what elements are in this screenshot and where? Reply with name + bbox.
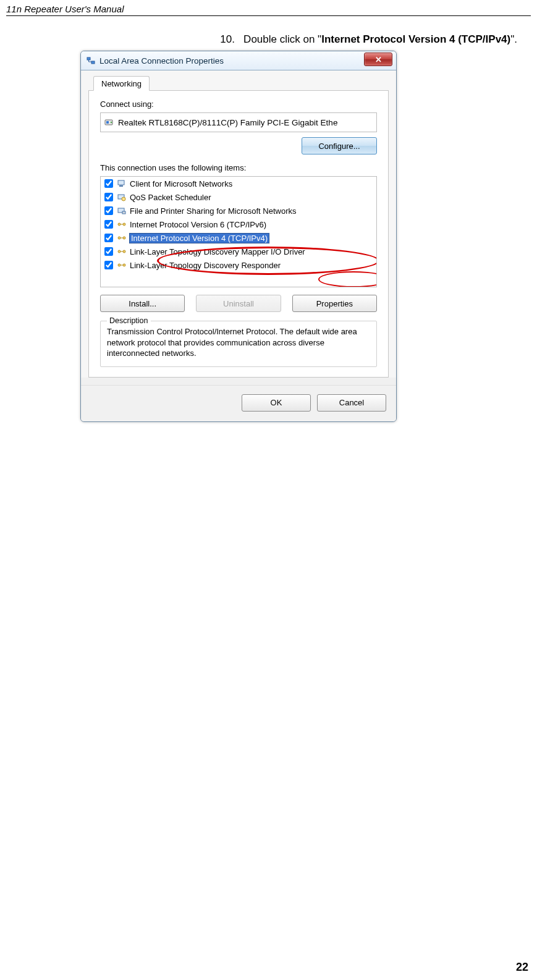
close-icon: ✕ <box>375 55 382 64</box>
adapter-name: Realtek RTL8168C(P)/8111C(P) Family PCI-… <box>118 118 337 127</box>
ok-button[interactable]: OK <box>242 394 311 412</box>
item-checkbox[interactable] <box>104 261 113 269</box>
list-item[interactable]: QoS Packet Scheduler <box>101 190 376 204</box>
instruction-bold: Internet Protocol Version 4 (TCP/IPv4) <box>321 33 510 45</box>
item-checkbox[interactable] <box>104 234 113 242</box>
instruction-suffix: ". <box>510 33 517 45</box>
item-checkbox[interactable] <box>104 247 113 256</box>
instruction-number: 10. <box>220 33 235 45</box>
svg-point-16 <box>123 250 125 253</box>
svg-rect-1 <box>91 61 95 64</box>
list-item[interactable]: Link-Layer Topology Discovery Mapper I/O… <box>101 245 376 258</box>
list-item[interactable]: Internet Protocol Version 6 (TCP/IPv6) <box>101 218 376 231</box>
list-item[interactable]: File and Printer Sharing for Microsoft N… <box>101 204 376 218</box>
lltd-icon <box>117 247 127 256</box>
item-label: Link-Layer Topology Discovery Mapper I/O… <box>129 247 306 256</box>
item-label: QoS Packet Scheduler <box>129 193 212 202</box>
item-checkbox[interactable] <box>104 193 113 201</box>
svg-rect-3 <box>106 121 109 124</box>
tabs-row: Networking <box>81 70 396 90</box>
svg-point-8 <box>122 197 125 201</box>
connect-using-label: Connect using: <box>100 99 377 109</box>
list-item-selected[interactable]: Internet Protocol Version 4 (TCP/IPv4) <box>101 231 376 245</box>
lltd-icon <box>117 260 127 270</box>
dialog-body: Networking Connect using: Realtek RTL816… <box>81 70 396 378</box>
svg-rect-10 <box>122 211 125 214</box>
configure-button[interactable]: Configure... <box>302 137 377 154</box>
svg-point-14 <box>123 237 125 239</box>
protocol-icon <box>117 219 127 229</box>
annotation-ellipse <box>318 271 377 287</box>
instruction-prefix: Double click on " <box>243 33 321 45</box>
svg-rect-6 <box>119 185 123 187</box>
properties-button[interactable]: Properties <box>292 295 377 312</box>
instruction-line: 10. Double click on "Internet Protocol V… <box>0 16 537 49</box>
uninstall-button: Uninstall <box>196 295 281 312</box>
list-item[interactable]: Link-Layer Topology Discovery Responder <box>101 258 376 272</box>
network-icon <box>86 56 96 65</box>
svg-point-11 <box>118 223 121 226</box>
cancel-button[interactable]: Cancel <box>317 394 386 412</box>
item-label: File and Printer Sharing for Microsoft N… <box>129 206 297 216</box>
item-label: Client for Microsoft Networks <box>129 179 233 188</box>
svg-point-15 <box>118 250 121 253</box>
install-button[interactable]: Install... <box>100 295 185 312</box>
item-label: Internet Protocol Version 6 (TCP/IPv6) <box>129 220 267 229</box>
svg-rect-0 <box>87 57 90 60</box>
items-listbox[interactable]: Client for Microsoft Networks QoS Packet… <box>100 176 377 287</box>
protocol-icon <box>117 233 127 243</box>
share-icon <box>117 206 127 216</box>
description-fieldset: Description Transmission Control Protoco… <box>100 321 377 367</box>
svg-rect-5 <box>118 180 124 185</box>
qos-icon <box>117 192 127 202</box>
tab-networking[interactable]: Networking <box>93 76 150 91</box>
item-label: Internet Protocol Version 4 (TCP/IPv4) <box>129 233 269 243</box>
item-checkbox[interactable] <box>104 220 113 229</box>
dialog-footer: OK Cancel <box>81 385 396 421</box>
page-header: 11n Repeater User's Manual <box>0 0 537 15</box>
list-item[interactable]: Client for Microsoft Networks <box>101 177 376 190</box>
page-number: 22 <box>516 961 528 974</box>
svg-point-12 <box>123 223 125 226</box>
uses-items-label: This connection uses the following items… <box>100 163 377 172</box>
svg-point-13 <box>118 237 121 239</box>
svg-point-18 <box>123 264 125 266</box>
tab-panel: Connect using: Realtek RTL8168C(P)/8111C… <box>88 90 389 378</box>
description-text: Transmission Control Protocol/Internet P… <box>107 326 370 359</box>
close-button[interactable]: ✕ <box>364 53 392 66</box>
title-bar: Local Area Connection Properties ✕ <box>81 51 396 70</box>
client-icon <box>117 179 127 188</box>
dialog-title: Local Area Connection Properties <box>99 56 224 65</box>
svg-point-4 <box>111 122 112 123</box>
adapter-icon <box>104 117 114 127</box>
svg-point-17 <box>118 264 121 266</box>
description-legend: Description <box>107 316 151 325</box>
item-checkbox[interactable] <box>104 206 113 215</box>
item-label: Link-Layer Topology Discovery Responder <box>129 261 281 270</box>
item-checkbox[interactable] <box>104 179 113 188</box>
adapter-field: Realtek RTL8168C(P)/8111C(P) Family PCI-… <box>100 112 377 132</box>
properties-dialog: Local Area Connection Properties ✕ Netwo… <box>80 51 397 422</box>
